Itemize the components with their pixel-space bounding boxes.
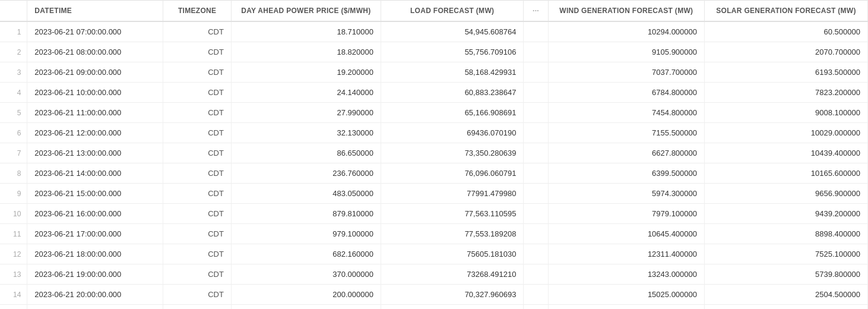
cell-price: 236.760000: [231, 163, 381, 184]
cell-timezone: CDT: [163, 163, 232, 184]
table-row: 12 2023-06-21 18:00:00.000 CDT 682.16000…: [0, 244, 868, 264]
cell-timezone: CDT: [163, 305, 232, 310]
cell-wind: 13243.000000: [548, 264, 704, 285]
table-row: 3 2023-06-21 09:00:00.000 CDT 19.200000 …: [0, 62, 868, 83]
cell-load: 75605.181030: [381, 244, 524, 264]
col-header-price[interactable]: Day Ahead Power Price ($/MWh): [231, 1, 381, 22]
table-row: 5 2023-06-21 11:00:00.000 CDT 27.990000 …: [0, 103, 868, 123]
cell-dots: [524, 42, 548, 62]
cell-load: 68,133.211303: [381, 305, 524, 310]
cell-dots: [524, 244, 548, 264]
row-index: 9: [0, 184, 27, 204]
table-row: 13 2023-06-21 19:00:00.000 CDT 370.00000…: [0, 264, 868, 285]
cell-load: 54,945.608764: [381, 21, 524, 42]
cell-wind: 12311.400000: [548, 244, 704, 264]
cell-price: 979.100000: [231, 224, 381, 244]
cell-wind: 7155.500000: [548, 123, 704, 143]
col-header-datetime[interactable]: DATETIME: [27, 1, 163, 22]
cell-solar: 10439.400000: [705, 143, 868, 163]
table-row: 8 2023-06-21 14:00:00.000 CDT 236.760000…: [0, 163, 868, 184]
table-row: 15 2023-06-21 21:00:00.000 CDT 93.380000…: [0, 305, 868, 310]
cell-price: 879.810000: [231, 204, 381, 224]
cell-price: 18.710000: [231, 21, 381, 42]
cell-price: 200.000000: [231, 285, 381, 305]
cell-dots: [524, 103, 548, 123]
cell-load: 73,350.280639: [381, 143, 524, 163]
cell-dots: [524, 305, 548, 310]
row-index: 15: [0, 305, 27, 310]
row-index: 7: [0, 143, 27, 163]
cell-price: 682.160000: [231, 244, 381, 264]
cell-load: 73268.491210: [381, 264, 524, 285]
table-row: 11 2023-06-21 17:00:00.000 CDT 979.10000…: [0, 224, 868, 244]
row-index: 4: [0, 83, 27, 103]
cell-timezone: CDT: [163, 21, 232, 42]
row-index: 14: [0, 285, 27, 305]
cell-timezone: CDT: [163, 244, 232, 264]
row-index: 8: [0, 163, 27, 184]
cell-dots: [524, 62, 548, 83]
cell-solar: 10029.000000: [705, 123, 868, 143]
cell-datetime: 2023-06-21 18:00:00.000: [27, 244, 163, 264]
cell-datetime: 2023-06-21 10:00:00.000: [27, 83, 163, 103]
row-index: 5: [0, 103, 27, 123]
cell-solar: 2504.500000: [705, 285, 868, 305]
cell-wind: 10645.400000: [548, 224, 704, 244]
cell-load: 60,883.238647: [381, 83, 524, 103]
cell-solar: 8898.400000: [705, 224, 868, 244]
cell-load: 76,096.060791: [381, 163, 524, 184]
row-index: 3: [0, 62, 27, 83]
cell-solar: 7823.200000: [705, 83, 868, 103]
row-index: 12: [0, 244, 27, 264]
cell-datetime: 2023-06-21 09:00:00.000: [27, 62, 163, 83]
cell-dots: [524, 83, 548, 103]
col-header-solar[interactable]: Solar Generation Forecast (MW): [705, 1, 868, 22]
cell-dots: [524, 21, 548, 42]
cell-timezone: CDT: [163, 143, 232, 163]
cell-price: 19.200000: [231, 62, 381, 83]
cell-wind: 7454.800000: [548, 103, 704, 123]
cell-timezone: CDT: [163, 123, 232, 143]
cell-wind: 6399.500000: [548, 163, 704, 184]
cell-load: 70,327.960693: [381, 285, 524, 305]
cell-price: 32.130000: [231, 123, 381, 143]
cell-price: 24.140000: [231, 83, 381, 103]
cell-price: 27.990000: [231, 103, 381, 123]
cell-timezone: CDT: [163, 264, 232, 285]
cell-solar: 6193.500000: [705, 62, 868, 83]
cell-load: 77,553.189208: [381, 224, 524, 244]
cell-load: 58,168.429931: [381, 62, 524, 83]
col-header-wind[interactable]: Wind Generation Forecast (MW): [548, 1, 704, 22]
cell-timezone: CDT: [163, 103, 232, 123]
cell-dots: [524, 204, 548, 224]
row-index: 1: [0, 21, 27, 42]
cell-dots: [524, 163, 548, 184]
table-row: 4 2023-06-21 10:00:00.000 CDT 24.140000 …: [0, 83, 868, 103]
cell-dots: [524, 285, 548, 305]
cell-datetime: 2023-06-21 13:00:00.000: [27, 143, 163, 163]
cell-price: 370.000000: [231, 264, 381, 285]
cell-wind: 10294.000000: [548, 21, 704, 42]
cell-dots: [524, 123, 548, 143]
table-row: 14 2023-06-21 20:00:00.000 CDT 200.00000…: [0, 285, 868, 305]
cell-solar: 60.500000: [705, 21, 868, 42]
cell-timezone: CDT: [163, 184, 232, 204]
col-header-more[interactable]: ···: [524, 1, 548, 22]
cell-datetime: 2023-06-21 14:00:00.000: [27, 163, 163, 184]
cell-wind: 16225.400000: [548, 305, 704, 310]
cell-dots: [524, 264, 548, 285]
cell-timezone: CDT: [163, 83, 232, 103]
cell-dots: [524, 184, 548, 204]
table-header-row: DATETIME TIMEZONE Day Ahead Power Price …: [0, 1, 868, 22]
col-header-load[interactable]: Load Forecast (MW): [381, 1, 524, 22]
col-header-timezone[interactable]: TIMEZONE: [163, 1, 232, 22]
cell-datetime: 2023-06-21 11:00:00.000: [27, 103, 163, 123]
cell-price: 93.380000: [231, 305, 381, 310]
cell-datetime: 2023-06-21 20:00:00.000: [27, 285, 163, 305]
cell-datetime: 2023-06-21 19:00:00.000: [27, 264, 163, 285]
row-index: 13: [0, 264, 27, 285]
cell-solar: 9656.900000: [705, 184, 868, 204]
table-row: 2 2023-06-21 08:00:00.000 CDT 18.820000 …: [0, 42, 868, 62]
cell-wind: 6627.800000: [548, 143, 704, 163]
cell-datetime: 2023-06-21 07:00:00.000: [27, 21, 163, 42]
